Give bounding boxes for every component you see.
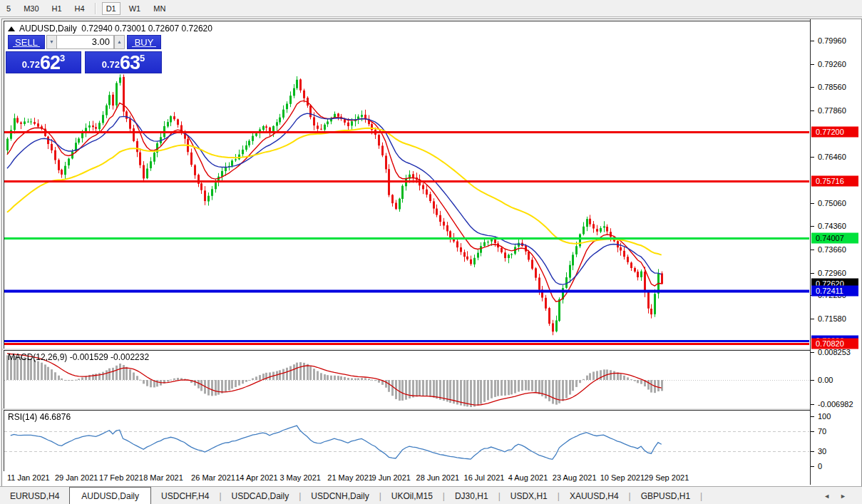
price-axis-tick: 0.78560 [818,83,846,91]
axis-tick-mark [811,157,814,158]
bar-low: 0.72607 [148,24,179,34]
axis-tick-mark [811,110,814,111]
price-axis-tick: 0.74360 [818,222,846,230]
indicator-axis-tick: 0.008253 [818,348,851,356]
chart-tab-bar: EURUSD,H4AUDUSD,DailyUSDCHF,H4|USDCAD,Da… [0,486,862,504]
axis-tick-mark [811,380,814,381]
price-axis-tick: 0.79260 [818,60,846,68]
axis-tick-mark [811,203,814,204]
price-axis-tick: 0.71580 [818,314,846,323]
timeframe-button-m30[interactable]: M30 [19,2,43,15]
price-axis-tick: 0.75060 [818,199,846,207]
date-axis-label: 29 Sep 2021 [645,473,689,482]
date-axis-label: 28 Jun 2021 [416,473,460,482]
axis-tick-mark [811,250,814,250]
rsi-panel [4,410,811,473]
price-line-label-0.72411: 0.72411 [811,286,858,297]
bar-high: 0.73001 [115,24,145,34]
sell-price-display[interactable]: 0.72623 [6,51,81,73]
buy-big-figure: 0.72 [102,59,120,70]
rsi-label: RSI(14) 46.6876 [8,412,71,422]
one-click-trading-panel: SELL ▼ 3.00 ▲ BUY 0.72623 0.72635 [6,34,162,73]
price-axis-tick: 0.73660 [818,245,846,254]
date-axis-label: 4 Aug 2021 [508,473,548,482]
tab-scroll-right-icon[interactable]: ► [840,493,856,500]
axis-tick-mark [811,404,814,405]
price-axis-tick: 0.76460 [818,153,846,161]
timeframe-button-mn[interactable]: MN [149,2,170,15]
timeframe-toolbar: 5M30H1H4D1W1MN [0,0,862,17]
timeframe-button-h1[interactable]: H1 [48,2,66,15]
axis-tick-mark [811,319,814,319]
date-axis-label: 23 Aug 2021 [553,473,597,482]
buy-button[interactable]: BUY [127,35,161,49]
timeframe-button-5[interactable]: 5 [2,2,15,15]
chart-tab-usdcad-daily[interactable]: USDCAD,Daily [222,488,299,503]
date-axis-label: 11 Jan 2021 [7,473,50,482]
date-axis-label: 17 Feb 2021 [99,473,143,482]
buy-underline [132,46,156,47]
macd-label: MACD(12,26,9) -0.001529 -0.002232 [8,352,149,362]
date-axis-label: 10 Sep 2021 [600,473,645,482]
volume-input[interactable]: 3.00 [56,35,114,49]
axis-tick-mark [811,41,814,41]
indicator-axis-tick: 70 [818,427,826,436]
axis-tick-mark [811,416,814,417]
indicator-axis-tick: 0.00 [818,376,833,384]
chart-tab-usdx-h1[interactable]: USDX,H1 [501,488,558,503]
timeframe-button-h4[interactable]: H4 [71,2,89,15]
chart-tab-xauusd-h4[interactable]: XAUUSD,H4 [560,488,629,503]
date-axis-label: 8 Mar 2021 [143,473,183,482]
chart-tab-ukoil-m15[interactable]: UKOil,M15 [381,488,443,503]
price-line-label-0.77200: 0.77200 [811,127,858,138]
axis-tick-mark [811,87,814,88]
rsi-chart-canvas[interactable] [4,411,809,470]
price-axis[interactable]: 0.799600.792600.785600.778600.764600.750… [810,19,861,485]
indicator-axis-tick: -0.006982 [818,400,853,408]
date-axis-label: 29 Jan 2021 [55,473,98,482]
chart-tab-usdcnh-daily[interactable]: USDCNH,Daily [301,488,379,503]
chart-tab-gbpusd-h1[interactable]: GBPUSD,H1 [631,488,700,503]
date-axis-label: 9 Jun 2021 [371,473,410,482]
price-axis-tick: 0.79960 [818,36,846,45]
axis-tick-mark [811,451,814,452]
chart-tab-dj30-h1[interactable]: DJ30,H1 [445,488,498,503]
indicator-axis-tick: 0 [818,462,822,470]
sell-button[interactable]: SELL [8,35,45,49]
price-axis-tick: 0.77860 [818,106,846,115]
axis-tick-mark [811,273,814,274]
chart-tab-eurusd-h4[interactable]: EURUSD,H4 [0,488,69,503]
sell-big-figure: 0.72 [22,59,40,70]
buy-price-display[interactable]: 0.72635 [85,51,162,73]
axis-tick-mark [811,466,814,467]
volume-increase-button[interactable]: ▲ [114,35,125,49]
date-axis-label: 14 Apr 2021 [235,473,277,482]
collapse-chart-icon[interactable] [8,26,15,31]
bar-open: 0.72940 [81,24,112,34]
bar-close: 0.72620 [182,24,212,34]
timeframe-button-w1[interactable]: W1 [125,2,145,15]
tab-scroll-left-icon[interactable]: ◄ [823,493,840,500]
price-line-label-0.74007: 0.74007 [811,232,858,243]
chart-symbol-period: AUDUSD,Daily [19,24,77,34]
tab-separator: | [700,491,702,501]
chart-subwindow: AUDUSD,Daily 0.72940 0.73001 0.72607 0.7… [1,19,862,487]
date-axis-label: 16 Jul 2021 [464,473,505,482]
chart-title: AUDUSD,Daily 0.72940 0.73001 0.72607 0.7… [8,24,212,34]
toolbar-separator [95,3,96,14]
axis-tick-mark [811,226,814,227]
sell-pips: 62 [40,52,60,73]
indicator-axis-tick: 100 [818,412,831,421]
volume-decrease-button[interactable]: ▼ [46,35,57,49]
sell-pipette: 3 [60,53,65,63]
chart-tab-audusd-daily[interactable]: AUDUSD,Daily [69,487,151,504]
time-axis[interactable]: 11 Jan 202129 Jan 202117 Feb 20218 Mar 2… [4,471,810,485]
chart-tab-usdchf-h4[interactable]: USDCHF,H4 [151,488,219,503]
date-axis-label: 21 May 2021 [327,473,373,482]
price-axis-tick: 0.72960 [818,269,846,277]
buy-pipette: 5 [140,53,145,63]
axis-tick-mark [811,352,814,353]
price-line-label-0.75716: 0.75716 [811,176,858,187]
timeframe-button-d1[interactable]: D1 [102,2,120,15]
date-axis-label: 3 May 2021 [279,473,320,482]
